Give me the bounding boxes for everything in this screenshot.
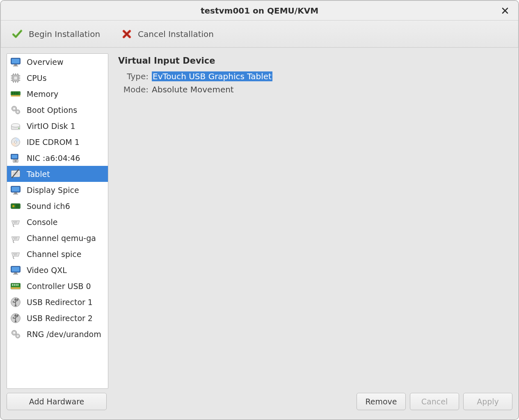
gears-icon	[9, 328, 22, 340]
cdrom-icon	[9, 136, 22, 148]
mode-value: Absolute Movement	[152, 85, 234, 94]
nic-icon	[9, 152, 22, 164]
sidebar-item-label: Console	[27, 218, 57, 227]
field-mode: Mode: Absolute Movement	[118, 85, 509, 94]
sidebar-item-cpus[interactable]: CPUs	[7, 70, 108, 86]
sidebar-item-sound-ich6[interactable]: Sound ich6	[7, 198, 108, 214]
bottom-bar: Add Hardware Remove Cancel Apply	[1, 389, 518, 419]
cancel-button[interactable]: Cancel	[410, 393, 459, 410]
apply-button[interactable]: Apply	[463, 393, 512, 410]
window: testvm001 on QEMU/KVM Begin Installation…	[0, 0, 519, 420]
sidebar-item-virtio-disk-1[interactable]: VirtIO Disk 1	[7, 118, 108, 134]
begin-installation-button[interactable]: Begin Installation	[8, 26, 103, 42]
detail-heading: Virtual Input Device	[118, 56, 509, 66]
sidebar-item-label: Boot Options	[27, 106, 77, 115]
sidebar-item-display-spice[interactable]: Display Spice	[7, 182, 108, 198]
cancel-installation-button[interactable]: Cancel Installation	[118, 26, 217, 42]
gears-icon	[9, 104, 22, 116]
begin-installation-label: Begin Installation	[29, 29, 100, 39]
serial-icon	[9, 232, 22, 244]
toolbar: Begin Installation Cancel Installation	[1, 21, 518, 48]
sound-icon	[9, 200, 22, 212]
sidebar-item-ide-cdrom-1[interactable]: IDE CDROM 1	[7, 134, 108, 150]
sidebar-item-label: Overview	[27, 57, 63, 67]
cpu-icon	[9, 72, 22, 84]
x-icon	[121, 29, 132, 39]
sidebar-item-label: Sound ich6	[27, 202, 70, 211]
sidebar-item-label: Display Spice	[27, 186, 79, 195]
tablet-icon	[9, 168, 22, 180]
monitor-icon	[9, 264, 22, 276]
sidebar-item-label: IDE CDROM 1	[27, 138, 80, 147]
hardware-sidebar[interactable]: OverviewCPUsMemoryBoot OptionsVirtIO Dis…	[7, 53, 108, 389]
sidebar-item-nic-a6-04-46[interactable]: NIC :a6:04:46	[7, 150, 108, 166]
sidebar-item-label: NIC :a6:04:46	[27, 154, 80, 163]
window-title: testvm001 on QEMU/KVM	[201, 6, 318, 16]
check-icon	[11, 28, 23, 40]
disk-icon	[9, 120, 22, 132]
sidebar-item-usb-redirector-2[interactable]: USB Redirector 2	[7, 310, 108, 326]
sidebar-item-label: Video QXL	[27, 266, 67, 275]
sidebar-item-channel-qemu-ga[interactable]: Channel qemu-ga	[7, 230, 108, 246]
sidebar-item-console[interactable]: Console	[7, 214, 108, 230]
type-value[interactable]: EvTouch USB Graphics Tablet	[152, 71, 272, 81]
sidebar-item-label: USB Redirector 2	[27, 314, 93, 323]
main-area: OverviewCPUsMemoryBoot OptionsVirtIO Dis…	[1, 48, 518, 389]
sidebar-item-label: RNG /dev/urandom	[27, 330, 101, 339]
sidebar-item-label: Channel spice	[27, 250, 81, 259]
close-icon[interactable]	[499, 5, 511, 16]
type-label: Type:	[118, 71, 149, 81]
sidebar-item-rng-dev-urandom[interactable]: RNG /dev/urandom	[7, 326, 108, 342]
sidebar-item-label: CPUs	[27, 73, 47, 83]
add-hardware-button[interactable]: Add Hardware	[7, 393, 107, 410]
cancel-installation-label: Cancel Installation	[138, 29, 214, 39]
sidebar-item-channel-spice[interactable]: Channel spice	[7, 246, 108, 262]
sidebar-item-label: VirtIO Disk 1	[27, 122, 75, 131]
sidebar-item-usb-redirector-1[interactable]: USB Redirector 1	[7, 294, 108, 310]
memory-icon	[9, 88, 22, 100]
usb-icon	[9, 312, 22, 324]
remove-button[interactable]: Remove	[357, 393, 406, 410]
sidebar-item-overview[interactable]: Overview	[7, 54, 108, 70]
sidebar-item-tablet[interactable]: Tablet	[7, 166, 108, 182]
controller-icon	[9, 280, 22, 292]
sidebar-item-memory[interactable]: Memory	[7, 86, 108, 102]
sidebar-item-controller-usb-0[interactable]: Controller USB 0	[7, 278, 108, 294]
sidebar-item-label: Channel qemu-ga	[27, 234, 96, 243]
mode-label: Mode:	[118, 85, 149, 94]
titlebar[interactable]: testvm001 on QEMU/KVM	[1, 1, 518, 21]
sidebar-item-label: Memory	[27, 90, 58, 99]
sidebar-item-label: USB Redirector 1	[27, 298, 93, 307]
field-type: Type: EvTouch USB Graphics Tablet	[118, 71, 509, 81]
usb-icon	[9, 296, 22, 308]
sidebar-item-label: Tablet	[27, 170, 50, 179]
serial-icon	[9, 248, 22, 260]
serial-icon	[9, 216, 22, 228]
sidebar-item-video-qxl[interactable]: Video QXL	[7, 262, 108, 278]
monitor-icon	[9, 56, 22, 68]
sidebar-item-label: Controller USB 0	[27, 282, 91, 291]
sidebar-item-boot-options[interactable]: Boot Options	[7, 102, 108, 118]
detail-pane: Virtual Input Device Type: EvTouch USB G…	[115, 53, 512, 389]
monitor-icon	[9, 184, 22, 196]
